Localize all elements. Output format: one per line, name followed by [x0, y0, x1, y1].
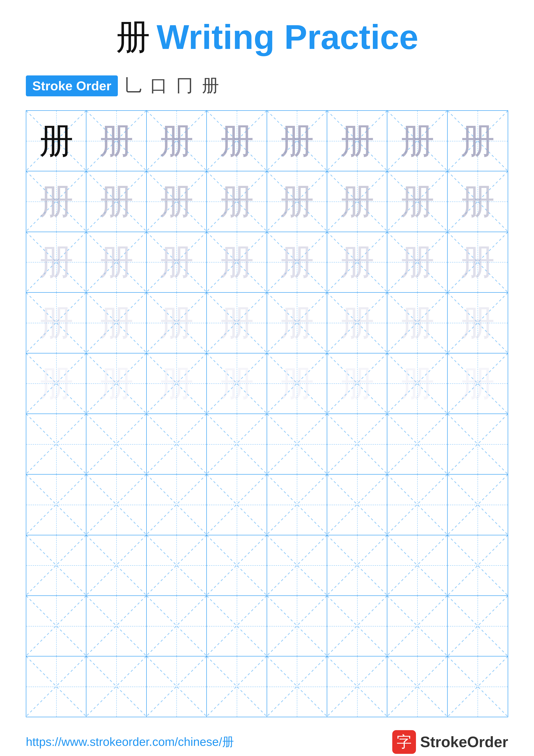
grid-cell[interactable]: [87, 596, 146, 656]
grid-cell[interactable]: 册: [26, 353, 87, 414]
grid-cell[interactable]: [267, 414, 327, 474]
grid-cell[interactable]: 册: [147, 353, 207, 414]
grid-cell[interactable]: [147, 657, 207, 716]
practice-char: 册: [460, 306, 495, 340]
grid-cell[interactable]: 册: [267, 293, 327, 353]
grid-cell[interactable]: [26, 535, 87, 595]
svg-line-126: [447, 535, 508, 595]
stroke-order-row: Stroke Order 乚 口 冂 册: [26, 74, 508, 97]
grid-cell[interactable]: 册: [267, 171, 327, 231]
grid-cell[interactable]: [327, 414, 387, 474]
grid-cell[interactable]: [147, 474, 207, 535]
grid-row: [26, 535, 508, 596]
grid-cell[interactable]: [207, 535, 267, 595]
grid-cell[interactable]: 册: [26, 232, 87, 292]
grid-cell[interactable]: 册: [387, 293, 447, 353]
grid-cell[interactable]: 册: [387, 111, 447, 171]
grid-cell[interactable]: [327, 535, 387, 595]
grid-cell[interactable]: 册: [327, 293, 387, 353]
grid-cell[interactable]: [87, 474, 146, 535]
grid-cell[interactable]: [207, 657, 267, 716]
grid-cell[interactable]: 册: [87, 293, 146, 353]
grid-cell[interactable]: [147, 414, 207, 474]
grid-cell[interactable]: 册: [267, 111, 327, 171]
grid-cell[interactable]: 册: [387, 232, 447, 292]
svg-line-81: [26, 414, 86, 474]
grid-cell[interactable]: 册: [327, 353, 387, 414]
grid-cell[interactable]: 册: [267, 232, 327, 292]
grid-cell[interactable]: 册: [147, 232, 207, 292]
grid-cell[interactable]: 册: [387, 171, 447, 231]
grid-cell[interactable]: 册: [267, 353, 327, 414]
grid-cell[interactable]: 册: [87, 171, 146, 231]
grid-cell[interactable]: [327, 596, 387, 656]
grid-cell[interactable]: [447, 657, 508, 716]
grid-cell[interactable]: [447, 474, 508, 535]
grid-cell[interactable]: [87, 657, 146, 716]
svg-line-83: [87, 414, 146, 474]
grid-cell[interactable]: 册: [327, 232, 387, 292]
grid-cell[interactable]: [147, 535, 207, 595]
grid-cell[interactable]: 册: [207, 111, 267, 171]
grid-cell[interactable]: 册: [327, 111, 387, 171]
grid-cell[interactable]: 册: [87, 232, 146, 292]
grid-row: 册 册 册 册 册 册 册: [26, 171, 508, 232]
practice-char: 册: [400, 245, 435, 279]
grid-cell[interactable]: [207, 596, 267, 656]
grid-cell[interactable]: 册: [387, 353, 447, 414]
grid-cell[interactable]: [267, 535, 327, 595]
grid-cell[interactable]: 册: [207, 171, 267, 231]
grid-cell[interactable]: [387, 657, 447, 716]
stroke-step-3: 冂: [176, 74, 193, 97]
practice-char: 册: [340, 124, 374, 158]
grid-cell[interactable]: 册: [26, 111, 87, 171]
grid-cell[interactable]: [207, 474, 267, 535]
svg-line-145: [26, 657, 86, 716]
grid-cell[interactable]: 册: [147, 171, 207, 231]
svg-line-91: [327, 414, 387, 474]
grid-cell[interactable]: [87, 535, 146, 595]
grid-cell[interactable]: [387, 474, 447, 535]
grid-cell[interactable]: 册: [207, 353, 267, 414]
svg-line-80: [26, 414, 86, 474]
grid-cell[interactable]: 册: [447, 171, 508, 231]
grid-cell[interactable]: [447, 535, 508, 595]
grid-cell[interactable]: [387, 414, 447, 474]
grid-cell[interactable]: [387, 535, 447, 595]
grid-cell[interactable]: 册: [147, 111, 207, 171]
grid-cell[interactable]: 册: [207, 232, 267, 292]
grid-cell[interactable]: [26, 657, 87, 716]
grid-cell[interactable]: [87, 414, 146, 474]
grid-cell[interactable]: 册: [87, 111, 146, 171]
grid-cell[interactable]: 册: [26, 293, 87, 353]
grid-cell[interactable]: [387, 596, 447, 656]
grid-cell[interactable]: [327, 474, 387, 535]
grid-row: [26, 596, 508, 657]
grid-cell[interactable]: [26, 474, 87, 535]
grid-cell[interactable]: [267, 657, 327, 716]
svg-line-85: [147, 414, 206, 474]
grid-cell[interactable]: [267, 474, 327, 535]
grid-cell[interactable]: [267, 596, 327, 656]
footer: https://www.strokeorder.com/chinese/册 字 …: [26, 717, 508, 754]
footer-url[interactable]: https://www.strokeorder.com/chinese/册: [26, 734, 234, 750]
grid-cell[interactable]: 册: [87, 353, 146, 414]
grid-cell[interactable]: 册: [447, 293, 508, 353]
grid-cell[interactable]: 册: [447, 353, 508, 414]
grid-cell[interactable]: [26, 414, 87, 474]
grid-cell[interactable]: 册: [207, 293, 267, 353]
grid-cell[interactable]: 册: [447, 111, 508, 171]
svg-line-94: [447, 414, 508, 474]
grid-cell[interactable]: 册: [26, 171, 87, 231]
grid-cell[interactable]: [327, 657, 387, 716]
svg-line-118: [207, 535, 267, 595]
grid-cell[interactable]: 册: [147, 293, 207, 353]
grid-cell[interactable]: [447, 414, 508, 474]
grid-cell[interactable]: [26, 596, 87, 656]
grid-cell[interactable]: [147, 596, 207, 656]
grid-cell[interactable]: 册: [327, 171, 387, 231]
practice-char: 册: [159, 245, 194, 279]
grid-cell[interactable]: 册: [447, 232, 508, 292]
grid-cell[interactable]: [207, 414, 267, 474]
grid-cell[interactable]: [447, 596, 508, 656]
